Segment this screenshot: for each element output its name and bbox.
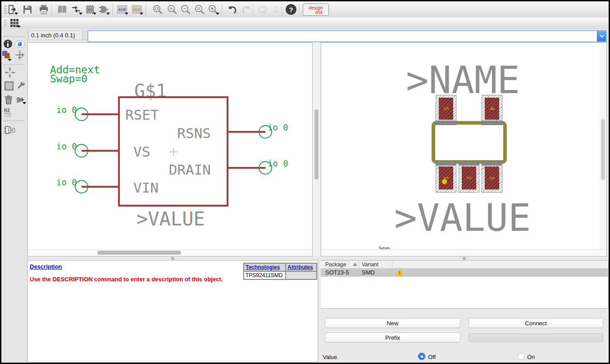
package-vscrollbar[interactable]	[600, 43, 606, 250]
technologies-link[interactable]: Technologies	[246, 264, 280, 270]
technology-gate-icon: AT	[4, 125, 15, 135]
eye-icon	[14, 40, 25, 48]
hscrollbar-thumb[interactable]	[97, 251, 181, 255]
open-export-button[interactable]	[5, 3, 18, 16]
show-button[interactable]	[14, 38, 26, 50]
package-canvas[interactable]: >NAME 5 4 1 2 3 >VALUE 5	[321, 42, 607, 256]
connect-button[interactable]: Connect	[469, 318, 603, 328]
mark-button[interactable]	[14, 49, 26, 61]
group-button[interactable]	[3, 80, 15, 92]
dropdown-arrow-icon	[106, 13, 110, 15]
command-bar: 0.1 inch (0.4 0.1)	[27, 29, 609, 43]
package-name-text[interactable]: >NAME	[406, 58, 520, 102]
sidebar-drag-handle[interactable]	[4, 36, 24, 37]
print-icon	[38, 4, 49, 15]
new-button[interactable]: New	[325, 318, 460, 328]
package-outline[interactable]	[432, 121, 507, 164]
command-history-dropdown[interactable]	[597, 31, 606, 41]
variant-column-header[interactable]: Variant	[362, 261, 378, 268]
undo-icon	[227, 4, 238, 15]
symbol-canvas[interactable]: Add=nextSwap=0 G$1 RSET RSNS VS DRAIN VI…	[27, 42, 313, 256]
name-label: R2	[4, 108, 11, 113]
zoom-in-button[interactable]	[165, 3, 179, 16]
pin-name-vs: VS	[133, 144, 150, 160]
package-column-header[interactable]: Package	[325, 261, 346, 268]
wrench-icon	[15, 80, 26, 91]
pad-1[interactable]: 1	[436, 161, 456, 193]
stop-icon	[258, 5, 267, 14]
pin-direction-label: io 0	[56, 105, 77, 115]
symbol-vscrollbar[interactable]	[313, 42, 320, 256]
prefix-field-disabled	[469, 333, 603, 342]
add-swap-hint: Add=nextSwap=0	[50, 65, 100, 83]
help-button[interactable]: ?	[284, 3, 298, 16]
run-ulp-button[interactable]: ULP	[130, 3, 144, 16]
attributes-empty-cell[interactable]	[286, 271, 317, 279]
attributes-header-cell[interactable]: Attributes	[286, 263, 317, 271]
package-hscrollbar[interactable]	[321, 249, 606, 256]
zoom-select-icon	[194, 4, 205, 15]
more-options-button[interactable]	[269, 3, 283, 16]
package-ic-button[interactable]: IC1	[83, 3, 97, 16]
value-on-radio[interactable]	[517, 353, 524, 360]
change-button[interactable]	[15, 80, 27, 91]
zoom-redraw-button[interactable]	[206, 3, 220, 16]
pin-direction-label: io 0	[268, 122, 288, 132]
pad-4[interactable]: 4	[482, 95, 502, 125]
technology-button[interactable]: AT	[4, 124, 15, 136]
prefix-button[interactable]: Prefix	[325, 333, 460, 342]
technologies-header-cell[interactable]: Technologies	[244, 263, 286, 271]
save-icon	[22, 4, 33, 15]
pad-3[interactable]: 3	[482, 161, 502, 193]
vscrollbar-thumb[interactable]	[314, 109, 319, 180]
command-input[interactable]	[88, 31, 597, 41]
zoom-fit-button[interactable]	[151, 3, 164, 16]
print-button[interactable]	[37, 3, 50, 16]
delete-button[interactable]	[3, 94, 14, 106]
grid-button[interactable]	[8, 18, 21, 28]
dropdown-arrow-icon	[140, 13, 143, 15]
design-link-button[interactable]: design link	[303, 4, 329, 16]
stop-button[interactable]	[256, 3, 269, 16]
zoom-out-button[interactable]	[179, 3, 192, 16]
run-script-button[interactable]: SCR	[115, 3, 129, 16]
group-icon	[4, 81, 14, 91]
horizontal-splitter[interactable]	[1, 256, 609, 260]
technology-value-cell[interactable]: TPS92411SMD	[244, 271, 286, 279]
pin-direction-label: io 0	[56, 177, 77, 187]
attributes-link[interactable]: Attributes	[287, 264, 313, 270]
move-button[interactable]	[4, 67, 16, 78]
undo-button[interactable]	[226, 3, 239, 16]
library-button[interactable]	[55, 3, 69, 16]
symbol-hscrollbar[interactable]	[28, 249, 312, 256]
description-link[interactable]: Description	[30, 263, 62, 270]
column-separator[interactable]	[392, 261, 392, 267]
pad-2[interactable]: 2	[459, 161, 479, 193]
name-value-button[interactable]: R2 10k	[2, 107, 14, 119]
toolbar-drag-handle[interactable]	[4, 19, 7, 27]
add-gate-button[interactable]	[15, 94, 27, 106]
splitter-handle-dot[interactable]	[171, 257, 174, 260]
pad-copper: 3	[485, 166, 499, 189]
toolbar-separator	[112, 4, 113, 15]
variant-row-selected[interactable]: SOT23-5 SMD !	[321, 268, 608, 277]
save-button[interactable]	[21, 3, 34, 16]
pad-5[interactable]: 5	[436, 95, 456, 125]
symbol-gate-button[interactable]	[97, 3, 110, 16]
redo-button[interactable]	[239, 3, 253, 16]
description-panel: Description Use the DESCRIPTION command …	[27, 260, 318, 363]
value-off-radio[interactable]	[418, 353, 425, 360]
sort-ascending-icon[interactable]	[353, 263, 357, 266]
zoom-select-button[interactable]	[193, 3, 206, 16]
column-separator[interactable]	[359, 261, 359, 267]
variant-table-header: Package Variant	[321, 261, 608, 269]
package-value-text[interactable]: >VALUE	[394, 196, 531, 240]
symbol-value-text[interactable]: >VALUE	[137, 208, 205, 230]
info-button[interactable]	[2, 38, 14, 49]
display-layers-button[interactable]	[1, 50, 13, 62]
splitter-handle-dot[interactable]	[463, 257, 466, 260]
eagle-device-editor-window: IC1 SCR ULP	[0, 0, 610, 364]
pin-swap-button[interactable]	[69, 3, 83, 16]
vscrollbar-thumb[interactable]	[601, 119, 605, 180]
variant-row-variant: SMD	[362, 269, 375, 276]
